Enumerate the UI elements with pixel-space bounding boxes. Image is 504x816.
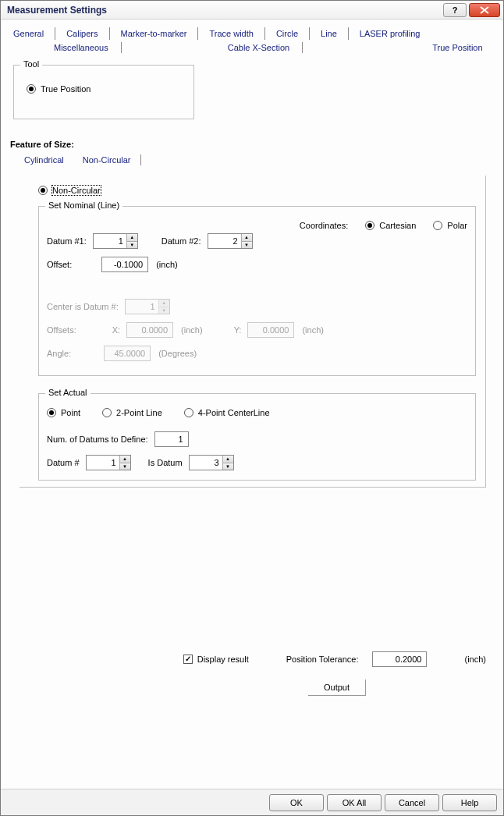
datum2-up[interactable]: ▲ [241, 234, 252, 242]
offset-unit: (inch) [156, 260, 178, 269]
two-point-radio[interactable]: 2-Point Line [102, 408, 162, 417]
tab-laser-profiling[interactable]: LASER profiling [355, 27, 425, 40]
cancel-button[interactable]: Cancel [385, 794, 439, 811]
coordinates-label: Coordinates: [300, 221, 348, 230]
help-button[interactable]: ? [443, 3, 467, 17]
help-icon: ? [453, 5, 458, 15]
x-unit: (inch) [181, 325, 203, 335]
dialog: Measurement Settings ? General Calipers … [0, 0, 504, 816]
coordinates-row: Coordinates: Cartesian Polar [47, 221, 467, 230]
window-buttons: ? [443, 3, 500, 17]
display-result-label: Display result [197, 655, 249, 664]
display-result-checkbox[interactable]: Display result [183, 655, 249, 664]
point-label: Point [61, 408, 80, 417]
tab-row-2: Miscellaneous Cable X-Section True Posit… [9, 41, 495, 54]
center-down: ▼ [158, 307, 169, 314]
subtab-non-circular[interactable]: Non-Circular [78, 154, 136, 166]
center-datum-field [126, 300, 158, 314]
datum1-label: Datum #1: [47, 236, 87, 246]
datum-num-field[interactable] [87, 456, 119, 470]
datum-row: Datum #1: ▲▼ Datum #2: ▲▼ [47, 233, 467, 249]
datum2-down[interactable]: ▼ [241, 242, 252, 249]
tab-general[interactable]: General [9, 27, 48, 40]
center-datum-input: ▲▼ [125, 299, 170, 314]
client-area: General Calipers Marker-to-marker Trace … [1, 20, 503, 789]
cartesian-label: Cartesian [379, 221, 416, 230]
polar-label: Polar [447, 221, 467, 230]
angle-row: Angle: 45.0000 (Degrees) [47, 346, 467, 361]
close-icon [480, 6, 489, 14]
tab-row-1: General Calipers Marker-to-marker Trace … [9, 27, 495, 40]
x-input: 0.0000 [126, 322, 173, 338]
center-up: ▲ [158, 300, 169, 307]
polar-radio[interactable]: Polar [433, 221, 467, 230]
two-point-label: 2-Point Line [116, 408, 162, 417]
subtab-cylindrical[interactable]: Cylindrical [20, 154, 69, 166]
num-datums-input[interactable]: 1 [154, 431, 189, 447]
is-datum-up[interactable]: ▲ [222, 456, 233, 463]
non-circular-panel: Non-Circular Set Nominal (Line) Coordina… [20, 176, 486, 488]
is-datum-down[interactable]: ▼ [222, 463, 233, 470]
set-nominal-legend: Set Nominal (Line) [45, 200, 122, 210]
position-tolerance-input[interactable]: 0.2000 [372, 651, 427, 667]
offset-input[interactable]: -0.1000 [101, 257, 148, 272]
datum-num-input[interactable]: ▲▼ [86, 455, 131, 470]
tab-marker-to-marker[interactable]: Marker-to-marker [116, 27, 192, 40]
tab-circle[interactable]: Circle [272, 27, 303, 40]
y-label: Y: [234, 325, 242, 335]
datum1-field[interactable] [94, 234, 126, 248]
center-datum-row: Center is Datum #: ▲▼ [47, 299, 467, 314]
is-datum-field[interactable] [190, 456, 222, 470]
angle-input: 45.0000 [104, 346, 151, 361]
non-circular-radio-label: Non-Circular [52, 186, 101, 195]
position-tolerance-label: Position Tolerance: [286, 655, 359, 664]
non-circular-radio[interactable]: Non-Circular [38, 186, 101, 195]
output-button[interactable]: Output [308, 679, 366, 696]
tab-calipers[interactable]: Calipers [62, 27, 102, 40]
ok-all-button[interactable]: OK All [327, 794, 382, 811]
tab-true-position[interactable]: True Position [428, 41, 487, 54]
x-label: X: [112, 325, 120, 335]
offsets-label: Offsets: [47, 325, 76, 335]
y-unit: (inch) [302, 325, 324, 335]
datum2-label: Datum #2: [161, 236, 201, 246]
help-button-footer[interactable]: Help [442, 794, 497, 811]
four-point-radio[interactable]: 4-Point CenterLine [184, 408, 270, 417]
tab-miscellaneous[interactable]: Miscellaneous [49, 41, 113, 54]
datum2-input[interactable]: ▲▼ [208, 233, 253, 249]
datum-is-row: Datum # ▲▼ Is Datum ▲▼ [47, 455, 467, 470]
point-radio[interactable]: Point [47, 408, 80, 417]
four-point-label: 4-Point CenterLine [198, 408, 270, 417]
offset-label: Offset: [47, 260, 72, 269]
close-button[interactable] [469, 3, 500, 17]
actual-mode-row: Point 2-Point Line 4-Point CenterLine [47, 408, 467, 417]
datum1-input[interactable]: ▲▼ [93, 233, 138, 249]
window-title: Measurement Settings [7, 5, 107, 16]
is-datum-input[interactable]: ▲▼ [189, 455, 234, 470]
angle-unit: (Degrees) [158, 349, 197, 358]
tab-cable-x-section[interactable]: Cable X-Section [223, 41, 295, 54]
y-input: 0.0000 [247, 322, 294, 338]
tab-line[interactable]: Line [316, 27, 342, 40]
num-datums-row: Num. of Datums to Define: 1 [47, 431, 467, 447]
datum1-down[interactable]: ▼ [126, 242, 137, 249]
dialog-footer: OK OK All Cancel Help [1, 789, 503, 815]
tool-true-position-radio[interactable]: True Position [27, 84, 91, 94]
datum1-up[interactable]: ▲ [126, 234, 137, 242]
output-row: Output [1, 679, 503, 696]
angle-label: Angle: [47, 349, 71, 358]
set-nominal-groupbox: Set Nominal (Line) Coordinates: Cartesia… [38, 206, 476, 376]
offsets-xy-row: Offsets: X: 0.0000 (inch) Y: 0.0000 (inc… [47, 322, 467, 338]
display-result-row: Display result Position Tolerance: 0.200… [1, 651, 503, 667]
center-datum-label: Center is Datum #: [47, 302, 119, 311]
position-tolerance-unit: (inch) [464, 655, 486, 664]
datum-num-down[interactable]: ▼ [119, 463, 130, 470]
tool-true-position-label: True Position [41, 84, 91, 94]
ok-button[interactable]: OK [269, 794, 324, 811]
datum-num-up[interactable]: ▲ [119, 456, 130, 463]
cartesian-radio[interactable]: Cartesian [365, 221, 416, 230]
datum2-field[interactable] [208, 234, 241, 248]
datum-num-label: Datum # [47, 458, 80, 467]
num-datums-label: Num. of Datums to Define: [47, 435, 148, 444]
tab-trace-width[interactable]: Trace width [204, 27, 257, 40]
